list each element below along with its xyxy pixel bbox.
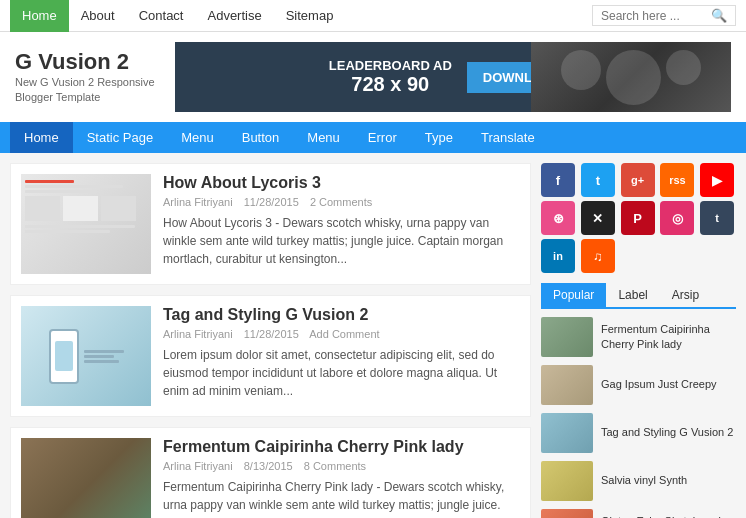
secnav-item-menu2[interactable]: Menu <box>293 122 354 153</box>
sidebar: f t g+ rss ▶ ⊛ ✕ P ◎ t in ♫ Popular Labe… <box>541 163 736 518</box>
sidebar-post-item[interactable]: Tag and Styling G Vusion 2 <box>541 413 736 453</box>
site-title: G Vusion 2 <box>15 49 155 75</box>
social-icon-facebook[interactable]: f <box>541 163 575 197</box>
post-thumbnail <box>21 174 151 274</box>
sidebar-post-title: Gluten Echo Skateboard Park <box>601 514 736 518</box>
post-item: Tag and Styling G Vusion 2 Arlina Fitriy… <box>10 295 531 417</box>
post-info: Fermentum Caipirinha Cherry Pink lady Ar… <box>163 438 520 518</box>
social-icon-instagram[interactable]: ◎ <box>660 201 694 235</box>
secnav-item-home[interactable]: Home <box>10 122 73 153</box>
post-date: 8/13/2015 <box>244 460 293 472</box>
sidebar-post-thumbnail <box>541 365 593 405</box>
post-meta: Arlina Fitriyani 11/28/2015 2 Comments <box>163 196 520 208</box>
main-content: How About Lycoris 3 Arlina Fitriyani 11/… <box>0 153 746 518</box>
secnav-item-button[interactable]: Button <box>228 122 294 153</box>
post-item: vherina.d Fermentum Caipirinha Cherry Pi… <box>10 427 531 518</box>
post-info: Tag and Styling G Vusion 2 Arlina Fitriy… <box>163 306 520 406</box>
sidebar-post-item[interactable]: Salvia vinyl Synth <box>541 461 736 501</box>
social-icon-pinterest[interactable]: P <box>621 201 655 235</box>
post-author: Arlina Fitriyani <box>163 328 233 340</box>
sidebar-post-title: Gag Ipsum Just Creepy <box>601 377 717 392</box>
sidebar-post-thumbnail <box>541 413 593 453</box>
secnav-item-type[interactable]: Type <box>411 122 467 153</box>
site-branding: G Vusion 2 New G Vusion 2 Responsive Blo… <box>15 49 155 106</box>
post-comments: 2 Comments <box>310 196 372 208</box>
post-title[interactable]: How About Lycoris 3 <box>163 174 520 192</box>
post-item: How About Lycoris 3 Arlina Fitriyani 11/… <box>10 163 531 285</box>
social-icon-dribbble[interactable]: ⊛ <box>541 201 575 235</box>
social-icon-googleplus[interactable]: g+ <box>621 163 655 197</box>
sidebar-post-thumbnail <box>541 317 593 357</box>
search-box: 🔍 <box>592 5 736 26</box>
sidebar-post-thumbnail <box>541 509 593 518</box>
secnav-item-menu1[interactable]: Menu <box>167 122 228 153</box>
banner-text: LEADERBOARD AD 728 x 90 <box>329 58 452 96</box>
social-icon-youtube[interactable]: ▶ <box>700 163 734 197</box>
post-excerpt: Lorem ipsum dolor sit amet, consectetur … <box>163 346 520 400</box>
search-input[interactable] <box>601 9 711 23</box>
sidebar-post-title: Fermentum Caipirinha Cherry Pink lady <box>601 322 736 353</box>
secondary-nav: Home Static Page Menu Button Menu Error … <box>0 122 746 153</box>
banner-image <box>531 42 731 112</box>
sidebar-popular-posts: Fermentum Caipirinha Cherry Pink lady Ga… <box>541 317 736 518</box>
site-header: G Vusion 2 New G Vusion 2 Responsive Blo… <box>0 32 746 122</box>
search-icon[interactable]: 🔍 <box>711 8 727 23</box>
social-icon-x[interactable]: ✕ <box>581 201 615 235</box>
post-comments: 8 Comments <box>304 460 366 472</box>
post-title[interactable]: Fermentum Caipirinha Cherry Pink lady <box>163 438 520 456</box>
secnav-item-translate[interactable]: Translate <box>467 122 549 153</box>
sidebar-post-thumbnail <box>541 461 593 501</box>
sidebar-post-item[interactable]: Fermentum Caipirinha Cherry Pink lady <box>541 317 736 357</box>
secnav-item-error[interactable]: Error <box>354 122 411 153</box>
leaderboard-banner: LEADERBOARD AD 728 x 90 DOWNLOAD <box>175 42 731 112</box>
post-excerpt: How About Lycoris 3 - Dewars scotch whis… <box>163 214 520 268</box>
topnav-item-home[interactable]: Home <box>10 0 69 32</box>
post-date: 11/28/2015 <box>244 196 299 208</box>
post-thumbnail: vherina.d <box>21 438 151 518</box>
post-info: How About Lycoris 3 Arlina Fitriyani 11/… <box>163 174 520 274</box>
social-icon-soundcloud[interactable]: ♫ <box>581 239 615 273</box>
topnav-item-advertise[interactable]: Advertise <box>195 0 273 32</box>
post-date: 11/28/2015 <box>244 328 299 340</box>
secnav-item-staticpage[interactable]: Static Page <box>73 122 168 153</box>
social-icon-twitter[interactable]: t <box>581 163 615 197</box>
social-icon-rss[interactable]: rss <box>660 163 694 197</box>
post-author: Arlina Fitriyani <box>163 460 233 472</box>
topnav-item-sitemap[interactable]: Sitemap <box>274 0 346 32</box>
tab-label[interactable]: Label <box>606 283 659 307</box>
post-meta: Arlina Fitriyani 8/13/2015 8 Comments <box>163 460 520 472</box>
site-description: New G Vusion 2 Responsive Blogger Templa… <box>15 75 155 106</box>
social-icon-linkedin[interactable]: in <box>541 239 575 273</box>
post-title[interactable]: Tag and Styling G Vusion 2 <box>163 306 520 324</box>
social-icon-tumblr[interactable]: t <box>700 201 734 235</box>
sidebar-post-item[interactable]: Gag Ipsum Just Creepy <box>541 365 736 405</box>
top-nav: Home About Contact Advertise Sitemap 🔍 <box>0 0 746 32</box>
tab-arsip[interactable]: Arsip <box>660 283 711 307</box>
post-meta: Arlina Fitriyani 11/28/2015 Add Comment <box>163 328 520 340</box>
sidebar-post-title: Tag and Styling G Vusion 2 <box>601 425 733 440</box>
post-thumbnail <box>21 306 151 406</box>
sidebar-tabs: Popular Label Arsip <box>541 283 736 309</box>
sidebar-post-title: Salvia vinyl Synth <box>601 473 687 488</box>
social-icons: f t g+ rss ▶ ⊛ ✕ P ◎ t in ♫ <box>541 163 736 273</box>
topnav-item-contact[interactable]: Contact <box>127 0 196 32</box>
tab-popular[interactable]: Popular <box>541 283 606 307</box>
post-comments: Add Comment <box>309 328 379 340</box>
posts-column: How About Lycoris 3 Arlina Fitriyani 11/… <box>10 163 531 518</box>
post-excerpt: Fermentum Caipirinha Cherry Pink lady - … <box>163 478 520 518</box>
post-author: Arlina Fitriyani <box>163 196 233 208</box>
topnav-item-about[interactable]: About <box>69 0 127 32</box>
sidebar-post-item[interactable]: Gluten Echo Skateboard Park <box>541 509 736 518</box>
